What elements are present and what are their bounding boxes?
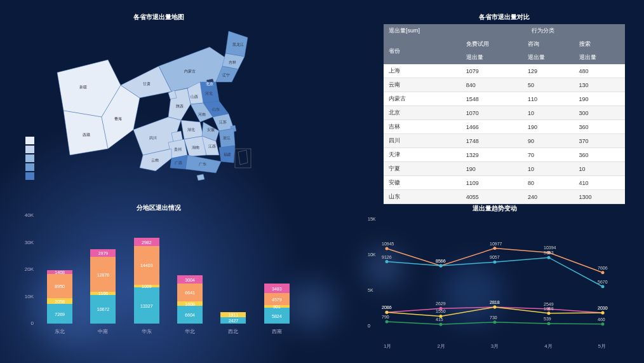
svg-text:460: 460	[598, 317, 605, 322]
svg-point-65	[493, 306, 497, 309]
svg-text:辽宁: 辽宁	[222, 72, 230, 77]
svg-text:7606: 7606	[598, 266, 608, 270]
svg-point-79	[601, 322, 605, 325]
svg-text:5670: 5670	[598, 280, 608, 284]
svg-text:陕西: 陕西	[176, 104, 184, 108]
svg-point-43	[439, 264, 443, 267]
svg-text:山西: 山西	[191, 95, 198, 99]
svg-point-71	[386, 320, 389, 324]
table-row[interactable]: 北京107010300	[384, 106, 625, 120]
svg-text:2030: 2030	[598, 306, 608, 310]
svg-point-67	[547, 312, 551, 315]
line-chart[interactable]: 15K10K5K01094585661097710394760691268566…	[365, 213, 625, 340]
table-row[interactable]: 宁夏1901010	[384, 162, 625, 176]
table-row[interactable]: 吉林1466190360	[384, 120, 625, 134]
svg-text:9693: 9693	[544, 250, 554, 255]
svg-text:730: 730	[490, 315, 497, 320]
svg-text:10394: 10394	[544, 245, 556, 250]
bar-group[interactable]: 582490145793483西南	[264, 284, 290, 324]
line-panel: 退出量趋势变动 15K10K5K010945856610977103947606…	[365, 204, 625, 350]
svg-text:甘肃: 甘肃	[143, 82, 151, 86]
svg-text:新疆: 新疆	[79, 85, 87, 89]
bar-chart[interactable]: 40K 30K 20K 10K 0 7269205889501408东北1067…	[19, 212, 299, 339]
svg-rect-26	[235, 149, 251, 168]
table-row[interactable]: 上海1079129480	[384, 64, 625, 78]
svg-text:江西: 江西	[208, 144, 216, 148]
svg-text:539: 539	[544, 317, 551, 321]
table-panel: 各省市退出量对比 退出量[sum]行为分类 省份 免费试用 咨询 搜索 退出量退…	[384, 13, 625, 204]
table-row[interactable]: 四川174890370	[384, 134, 625, 148]
svg-text:9057: 9057	[490, 255, 500, 259]
svg-text:10945: 10945	[382, 242, 394, 246]
svg-text:2818: 2818	[490, 300, 500, 305]
svg-text:湖北: 湖北	[187, 128, 195, 132]
line-title: 退出量趋势变动	[365, 204, 625, 213]
svg-text:内蒙古: 内蒙古	[184, 69, 196, 73]
svg-text:西藏: 西藏	[83, 133, 90, 137]
table-row[interactable]: 内蒙古1548110190	[384, 92, 625, 106]
svg-text:1550: 1550	[436, 309, 446, 313]
svg-text:湖南: 湖南	[192, 146, 199, 149]
svg-point-75	[493, 320, 497, 324]
svg-point-39	[601, 271, 605, 274]
svg-text:安徽: 安徽	[207, 127, 215, 132]
svg-text:河南: 河南	[198, 113, 206, 116]
map-panel: 各省市退出量地图	[19, 13, 299, 191]
map-title: 各省市退出量地图	[19, 13, 299, 22]
bar-group[interactable]: 133271009144032982华东	[134, 238, 159, 324]
bar-group[interactable]: 7269205889501408东北	[47, 270, 72, 324]
svg-text:浙江: 浙江	[223, 136, 231, 140]
svg-text:江苏: 江苏	[219, 120, 227, 124]
table-row[interactable]: 安徽110980410	[384, 176, 625, 190]
svg-point-77	[547, 322, 551, 325]
svg-point-45	[493, 261, 497, 264]
svg-text:广东: 广东	[199, 161, 206, 166]
svg-text:2086: 2086	[382, 305, 392, 310]
bar-group[interactable]: 106721106128762979中南	[90, 249, 116, 324]
table-title: 各省市退出量对比	[384, 13, 625, 22]
table-row[interactable]: 云南84050130	[384, 78, 625, 92]
svg-text:790: 790	[382, 315, 389, 319]
th-category: 行为分类	[461, 24, 625, 38]
svg-text:贵州: 贵州	[174, 147, 182, 152]
bar-y-axis: 40K 30K 20K 10K 0	[19, 212, 35, 320]
svg-point-35	[493, 247, 497, 250]
svg-text:5K: 5K	[368, 288, 373, 292]
svg-point-31	[386, 247, 389, 250]
svg-text:青海: 青海	[114, 117, 122, 121]
svg-text:1968: 1968	[544, 306, 554, 311]
bar-panel: 分地区退出情况 40K 30K 20K 10K 0 72692058895014…	[19, 203, 299, 350]
svg-text:415: 415	[436, 317, 443, 322]
svg-point-73	[439, 323, 443, 326]
svg-text:四川: 四川	[149, 136, 157, 140]
svg-point-69	[601, 311, 605, 314]
svg-text:10K: 10K	[368, 252, 376, 257]
china-map[interactable]: 新疆西藏青海 甘肃内蒙古黑龙江 吉林辽宁北京 河北山西陕西 山东河南湖北 江苏安…	[44, 22, 286, 181]
svg-point-47	[547, 256, 551, 259]
map-legend	[25, 137, 34, 181]
svg-text:0: 0	[368, 324, 370, 328]
svg-text:15K: 15K	[368, 217, 376, 221]
svg-text:吉林: 吉林	[229, 60, 236, 64]
bar-group[interactable]: 24271911西北	[220, 312, 246, 324]
svg-text:9126: 9126	[382, 255, 392, 259]
data-table[interactable]: 退出量[sum]行为分类 省份 免费试用 咨询 搜索 退出量退出量退出量 上海1…	[384, 24, 625, 204]
svg-text:10977: 10977	[490, 242, 502, 246]
svg-text:云南: 云南	[151, 158, 159, 162]
svg-text:山东: 山东	[212, 107, 220, 111]
svg-text:黑龙江: 黑龙江	[232, 43, 244, 46]
th-sum: 退出量[sum]	[384, 24, 461, 38]
table-row[interactable]: 天津132970360	[384, 148, 625, 162]
th-c2: 搜索	[574, 38, 626, 51]
th-c1: 咨询	[523, 38, 574, 51]
th-c0: 免费试用	[461, 38, 523, 51]
table-row[interactable]: 山东40552401300	[384, 190, 625, 204]
svg-text:福建: 福建	[224, 153, 231, 156]
svg-text:2629: 2629	[436, 301, 446, 306]
bar-group[interactable]: 6604160866413004华北	[177, 275, 203, 324]
svg-point-61	[386, 311, 389, 314]
svg-text:广西: 广西	[175, 160, 182, 165]
svg-point-41	[386, 260, 389, 263]
svg-text:北京: 北京	[206, 81, 213, 86]
svg-text:河北: 河北	[205, 92, 213, 95]
